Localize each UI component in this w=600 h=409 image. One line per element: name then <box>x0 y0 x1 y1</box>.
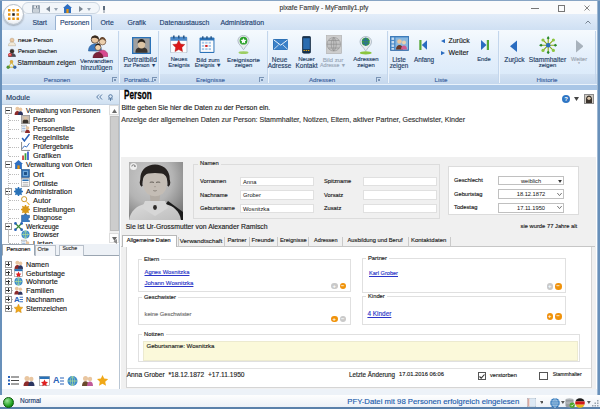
svg-text:A: A <box>53 375 60 385</box>
svg-text:A: A <box>14 295 20 304</box>
